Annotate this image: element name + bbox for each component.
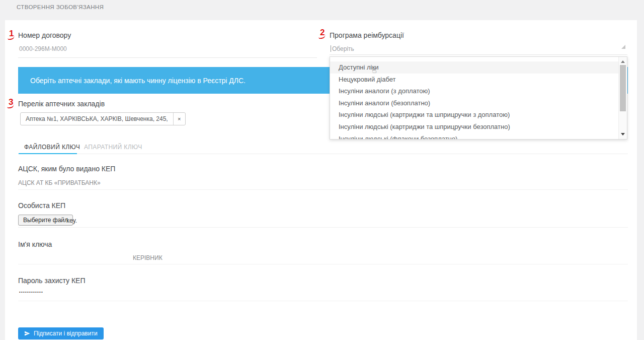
dropdown-scrollbar[interactable] bbox=[618, 57, 627, 139]
annotation-2: 2 bbox=[320, 28, 325, 37]
program-underline bbox=[330, 54, 627, 55]
contract-number-underline bbox=[18, 57, 317, 58]
key-name-label: Ім'я ключа bbox=[18, 240, 52, 248]
acsk-underline bbox=[18, 189, 628, 190]
form-card: 1 Номер договору 0000-296M-M000 2 Програ… bbox=[5, 20, 637, 340]
password-underline bbox=[18, 301, 628, 301]
scroll-up-icon[interactable] bbox=[621, 60, 625, 63]
active-tab-indicator bbox=[19, 153, 77, 154]
chosen-file-name: key. bbox=[66, 217, 77, 224]
sign-and-send-button[interactable]: Підписати і відправити bbox=[18, 327, 104, 339]
program-option[interactable]: Доступні ліки ☝ bbox=[330, 61, 618, 74]
acsk-select[interactable]: АЦСК АТ КБ «ПРИВАТБАНК» bbox=[18, 179, 101, 186]
page-title: СТВОРЕННЯ ЗОБОВ'ЯЗАННЯ bbox=[17, 4, 104, 10]
alert-text: Оберіть аптечні заклади, які мають чинну… bbox=[30, 77, 246, 85]
tabs-divider bbox=[18, 154, 628, 154]
sign-and-send-label: Підписати і відправити bbox=[34, 330, 98, 337]
program-select[interactable]: Оберіть bbox=[332, 45, 354, 52]
program-option[interactable]: Інсуліни людські (картриджи та шприцручк… bbox=[330, 121, 618, 133]
pharmacy-chip-label: Аптека №1, ХАРКІВСЬКА, ХАРКІВ, Шевченка,… bbox=[21, 113, 173, 125]
close-icon[interactable]: × bbox=[173, 113, 185, 125]
file-field-underline bbox=[18, 227, 628, 228]
acsk-label: АЦСК, яким було видано КЕП bbox=[18, 165, 115, 173]
password-label: Пароль захисту КЕП bbox=[18, 277, 86, 285]
password-input[interactable]: •••••••••••• bbox=[19, 290, 43, 294]
tab-hardware-key[interactable]: АПАРАТНИЙ КЛЮЧ bbox=[84, 144, 142, 151]
program-option[interactable]: Інсуліни аналоги (безоплатно) bbox=[330, 97, 618, 109]
personal-key-label: Особиста КЕП bbox=[18, 201, 65, 210]
program-label: Програма реімбурсації bbox=[330, 31, 404, 39]
annotation-3: 3 bbox=[9, 98, 13, 106]
tab-file-key[interactable]: ФАЙЛОВИЙ КЛЮЧ bbox=[24, 144, 80, 151]
program-option[interactable]: Нецукровий діабет bbox=[330, 74, 618, 86]
pharmacies-label: Перелік аптечних закладів bbox=[18, 100, 105, 108]
contract-number-input[interactable]: 0000-296M-M000 bbox=[19, 45, 67, 52]
program-option-list: Доступні ліки ☝ Нецукровий діабет Інсулі… bbox=[330, 61, 618, 140]
choose-file-button[interactable]: Выберите файл bbox=[18, 215, 73, 226]
pharmacy-chip: Аптека №1, ХАРКІВСЬКА, ХАРКІВ, Шевченка,… bbox=[20, 112, 186, 125]
text-caret bbox=[331, 45, 331, 52]
program-option[interactable]: Інсуліни аналоги (з доплатою) bbox=[330, 85, 618, 97]
key-name-underline bbox=[18, 264, 628, 264]
contract-number-label: Номер договору bbox=[18, 31, 71, 39]
send-icon bbox=[24, 330, 30, 336]
key-name-select[interactable]: КЕРІВНИК bbox=[133, 254, 163, 261]
program-option[interactable]: Інсуліни людські (картриджи та шприцручк… bbox=[330, 109, 618, 121]
scrollbar-thumb[interactable] bbox=[620, 65, 626, 111]
program-dropdown: Доступні ліки ☝ Нецукровий діабет Інсулі… bbox=[330, 56, 627, 140]
select-grip-icon bbox=[621, 45, 625, 49]
annotation-1: 1 bbox=[9, 29, 14, 38]
scroll-down-icon[interactable] bbox=[621, 133, 625, 135]
program-option[interactable]: Інсуліни людські (флакони безоплатно) bbox=[330, 133, 618, 140]
